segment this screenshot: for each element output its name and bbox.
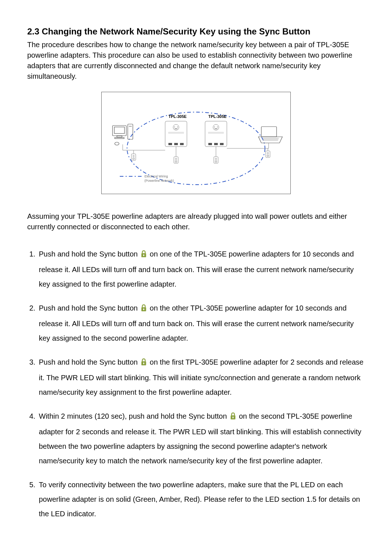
svg-rect-26	[208, 143, 212, 145]
svg-point-23	[214, 127, 215, 127]
svg-point-37	[215, 158, 217, 160]
svg-point-24	[217, 127, 218, 127]
step-3: Push and hold the Sync button on the fir…	[37, 355, 365, 399]
svg-rect-28	[220, 143, 224, 145]
svg-point-14	[174, 127, 175, 127]
svg-point-7	[115, 142, 119, 145]
step-4: Within 2 minutes (120 sec), push and hol…	[37, 409, 365, 468]
svg-rect-32	[133, 158, 134, 159]
diagram-label-a: TPL-305E	[168, 114, 187, 120]
svg-rect-21	[205, 121, 227, 147]
legend-line2: (Powerline Network)	[144, 178, 174, 183]
step-4-text-a: Within 2 minutes (120 sec), push and hol…	[39, 412, 229, 420]
diagram-container: TPL-305E TPL-305E Electrical Wiring (Pow…	[27, 92, 365, 197]
svg-rect-44	[143, 254, 144, 256]
step-2-text-a: Push and hold the Sync button	[39, 304, 140, 312]
svg-rect-27	[214, 143, 218, 145]
section-heading: 2.3 Changing the Network Name/Security K…	[27, 25, 365, 38]
svg-rect-38	[215, 161, 217, 162]
assumption-paragraph: Assuming your TPL-305E powerline adapter…	[27, 211, 365, 232]
svg-rect-18	[174, 143, 178, 145]
svg-rect-16	[175, 128, 177, 129]
lock-icon	[140, 302, 147, 316]
step-2: Push and hold the Sync button on the oth…	[37, 301, 365, 345]
svg-rect-35	[175, 161, 177, 162]
svg-rect-46	[143, 308, 144, 310]
diagram-label-b: TPL-305E	[208, 114, 226, 120]
svg-rect-20	[168, 132, 184, 134]
svg-rect-29	[208, 132, 224, 134]
svg-rect-48	[143, 362, 144, 364]
intro-paragraph: The procedure describes how to change th…	[27, 40, 365, 82]
svg-rect-8	[261, 127, 277, 137]
svg-point-34	[175, 158, 177, 160]
svg-rect-4	[115, 138, 124, 139]
svg-rect-2	[114, 127, 124, 134]
svg-rect-25	[215, 128, 217, 129]
step-5-text: To verify connectivity between the two p…	[39, 481, 360, 518]
svg-rect-17	[168, 143, 172, 145]
svg-point-15	[177, 127, 178, 127]
step-1: Push and hold the Sync button on one of …	[37, 247, 365, 291]
svg-point-31	[133, 155, 134, 157]
lock-icon	[140, 248, 147, 262]
svg-rect-3	[117, 136, 122, 137]
lock-icon	[230, 410, 236, 424]
network-diagram: TPL-305E TPL-305E Electrical Wiring (Pow…	[101, 92, 291, 194]
steps-list: Push and hold the Sync button on one of …	[27, 247, 365, 521]
svg-rect-50	[232, 416, 233, 418]
svg-point-40	[267, 152, 269, 154]
lock-icon	[140, 356, 147, 370]
svg-rect-41	[267, 155, 269, 156]
step-5: To verify connectivity between the two p…	[37, 477, 365, 521]
svg-rect-19	[180, 143, 184, 145]
svg-rect-12	[165, 121, 187, 147]
step-1-text-a: Push and hold the Sync button	[39, 250, 140, 258]
diagram-svg	[102, 92, 290, 194]
step-3-text-a: Push and hold the Sync button	[39, 358, 140, 366]
